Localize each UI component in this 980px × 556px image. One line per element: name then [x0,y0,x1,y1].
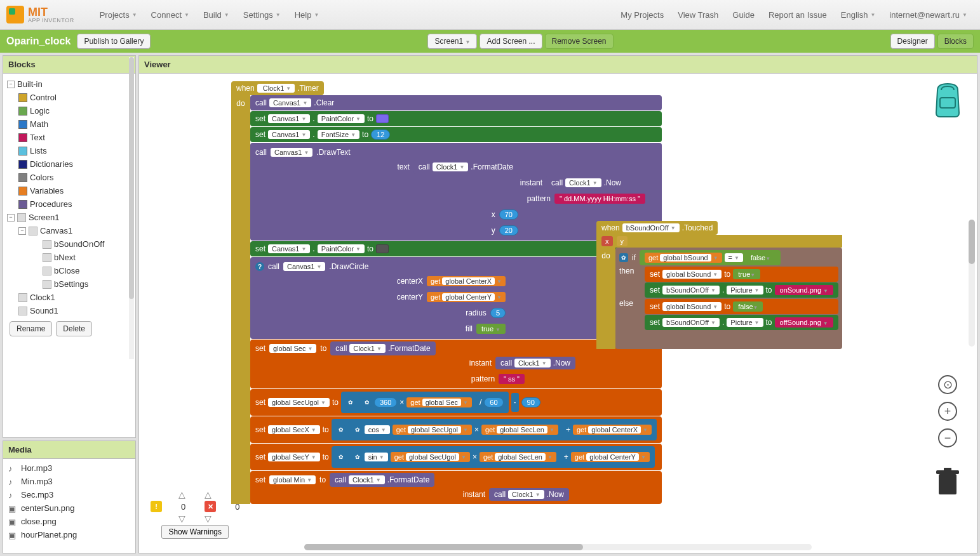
collapse-icon[interactable]: − [18,227,26,235]
set-global-secx[interactable]: setglobal SecX▼to ✿ ✿ cos▼ getglobal Sec… [250,416,662,443]
param-x[interactable]: x [601,236,613,246]
zoom-in-button[interactable]: + [938,402,957,421]
help-icon[interactable]: ? [255,262,264,271]
menu-settings[interactable]: Settings▼ [237,6,287,23]
nav-down-icon[interactable]: ▽ [205,513,211,524]
set-global-secugol[interactable]: setglobal SecUgol▼to ✿ ✿ 360× getglobal … [250,389,662,416]
sprite-icon [43,240,51,249]
menu-help[interactable]: Help▼ [288,6,326,23]
gear-icon[interactable]: ✿ [353,453,362,461]
menu-my-projects[interactable]: My Projects [614,6,670,23]
media-item[interactable]: ♪Min.mp3 [8,475,130,488]
color-swatch [376,244,389,253]
gear-icon[interactable]: ✿ [363,398,372,407]
nav-down-icon[interactable]: ▽ [178,513,185,524]
image-icon: ▣ [8,531,17,539]
cat-control[interactable]: Control [6,91,133,104]
viewer-panel: Viewer when Clock1▼ .Timer do callCanvas… [138,55,977,553]
add-screen-button[interactable]: Add Screen ... [480,34,542,49]
cat-text[interactable]: Text [6,131,133,144]
gear-icon[interactable]: ✿ [337,453,346,461]
menu-guide[interactable]: Guide [726,6,761,23]
cat-procedures[interactable]: Procedures [6,197,133,211]
cat-variables[interactable]: Variables [6,184,133,197]
delete-button[interactable]: Delete [56,321,92,336]
category-color-icon [18,107,27,116]
collapse-icon[interactable]: − [7,214,15,222]
tree-screen1[interactable]: −Screen1 [6,211,133,224]
caret-down-icon: ▼ [184,12,189,18]
blocks-button[interactable]: Blocks [937,34,974,49]
trash-icon[interactable] [935,468,960,496]
tree-bclose[interactable]: bClose [6,264,133,277]
tree-builtin[interactable]: −Built-in [6,77,133,91]
category-color-icon [18,187,27,195]
audio-icon: ♪ [8,491,17,500]
gear-icon[interactable]: ✿ [346,398,355,407]
set-gbsound-false[interactable]: setglobal bSound▼to false▼ [645,299,838,314]
media-item[interactable]: ▣close.png [8,515,130,528]
set-canvas-paintcolor-1[interactable]: setCanvas1▼. PaintColor▼ to [250,111,662,126]
logo-icon [6,6,24,23]
screen-dropdown[interactable]: Screen1 ▼ [427,34,477,49]
gear-icon[interactable]: ✿ [353,425,362,434]
event-block-bsoundonoff-touched[interactable]: when bSoundOnOff▼ .Touched x y do ✿ if [596,221,842,349]
gear-icon[interactable]: ✿ [337,425,346,434]
cat-colors[interactable]: Colors [6,171,133,184]
designer-button[interactable]: Designer [890,34,935,49]
menu-view-trash[interactable]: View Trash [671,6,725,23]
gear-icon[interactable]: ✿ [619,253,628,262]
blocks-tree: −Built-in Control Logic Math Text Lists … [3,74,135,378]
cat-logic[interactable]: Logic [6,104,133,117]
caret-down-icon: ▼ [276,12,281,18]
blocks-canvas[interactable]: when Clock1▼ .Timer do callCanvas1▼.Clea… [139,74,977,553]
set-canvas-fontsize[interactable]: setCanvas1▼. FontSize▼ to12 [250,127,662,142]
set-bsoundonoff-picture-off[interactable]: setbSoundOnOff▼. Picture▼to offSound.png… [645,315,838,330]
horizontal-scrollbar[interactable] [304,544,812,550]
sidebar-scrollbar[interactable] [129,74,134,359]
tree-bnext[interactable]: bNext [6,251,133,264]
nav-up-icon[interactable]: △ [205,489,211,500]
nav-up-icon[interactable]: △ [178,489,185,500]
menu-account[interactable]: internet@newart.ru▼ [883,6,974,23]
set-gbsound-true[interactable]: setglobal bSound▼to true▼ [645,267,838,282]
remove-screen-button[interactable]: Remove Screen [545,34,614,49]
zoom-out-button[interactable]: − [938,428,957,447]
call-canvas-clear[interactable]: callCanvas1▼.Clear [250,95,662,110]
menu-build[interactable]: Build▼ [197,6,236,23]
menu-report-issue[interactable]: Report an Issue [762,6,833,23]
cat-lists[interactable]: Lists [6,144,133,157]
menu-language[interactable]: English▼ [835,6,882,23]
param-y[interactable]: y [617,236,628,246]
main-area: Blocks −Built-in Control Logic Math Text… [0,53,980,556]
error-icon: ✕ [205,501,216,512]
if-block[interactable]: ✿ if getglobal bSound▼ =▼ false▼ then [615,248,842,349]
warning-count: 0 [181,502,185,512]
media-item[interactable]: ♪Sec.mp3 [8,488,130,501]
menu-connect[interactable]: Connect▼ [145,6,196,23]
set-global-secy[interactable]: setglobal SecY▼to ✿ ✿ sin▼ getglobal Sec… [250,444,662,470]
tree-bsettings[interactable]: bSettings [6,277,133,291]
media-item[interactable]: ♪Hor.mp3 [8,461,130,475]
backpack-icon[interactable] [931,81,964,120]
menu-projects[interactable]: Projects▼ [93,6,144,23]
set-global-min[interactable]: setglobal Min▼to callClock1▼.FormatDate … [250,471,662,504]
publish-button[interactable]: Publish to Gallery [77,34,151,49]
vertical-scrollbar[interactable] [969,220,975,347]
collapse-icon[interactable]: − [7,81,15,88]
tree-sound1[interactable]: Sound1 [6,304,133,317]
category-color-icon [18,93,27,102]
set-bsoundonoff-picture-on[interactable]: setbSoundOnOff▼. Picture▼to onSound.png … [645,282,838,298]
cat-math[interactable]: Math [6,117,133,131]
center-button[interactable]: ⊙ [938,375,957,394]
cat-dictionaries[interactable]: Dictionaries [6,157,133,171]
caret-down-icon: ▼ [224,12,229,18]
show-warnings-button[interactable]: Show Warnings [161,525,229,539]
rename-button[interactable]: Rename [10,321,52,336]
category-color-icon [18,120,27,129]
media-item[interactable]: ▣hourPlanet.png [8,528,130,541]
tree-canvas1[interactable]: −Canvas1 [6,224,133,237]
media-item[interactable]: ▣centerSun.png [8,501,130,515]
tree-bsoundonoff[interactable]: bSoundOnOff [6,237,133,251]
tree-clock1[interactable]: Clock1 [6,291,133,304]
